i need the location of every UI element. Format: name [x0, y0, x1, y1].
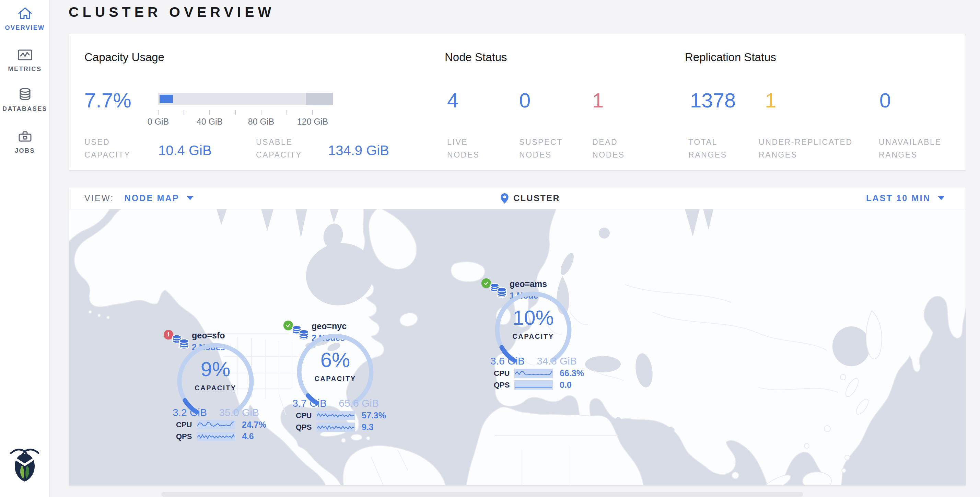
axis-tick — [286, 110, 287, 115]
cpu-value: 24.7% — [242, 420, 266, 430]
chevron-down-icon[interactable] — [187, 196, 193, 200]
locality-name[interactable]: geo=ams — [509, 279, 547, 289]
cpu-label: CPU — [296, 411, 317, 420]
cpu-value: 66.3% — [560, 368, 584, 378]
sidebar-item-label: OVERVIEW — [0, 24, 50, 32]
sidebar-item-label: JOBS — [0, 147, 50, 155]
qps-label: QPS — [176, 432, 197, 441]
axis-tick — [312, 110, 313, 115]
locality-name[interactable]: geo=sfo — [192, 331, 225, 341]
sidebar-item-metrics[interactable]: METRICS — [0, 47, 50, 73]
locality-marker-ams[interactable]: geo=ams 1 Node 10% CAPACITY 3.6 GiB 34.3… — [480, 278, 587, 393]
used-capacity-label: USEDCAPACITY — [84, 136, 130, 161]
total-capacity: 65.6 GiB — [339, 397, 379, 409]
check-icon — [285, 323, 291, 328]
live-nodes-label: LIVENODES — [447, 136, 480, 161]
cluster-summary-panel: Capacity Usage 7.7% 0 GiB 40 GiB 80 GiB … — [68, 34, 966, 170]
qps-metric-row: QPS 4.6 — [176, 432, 268, 441]
total-ranges-label: TOTALRANGES — [688, 136, 727, 161]
capacity-bar-used-segment — [159, 95, 173, 103]
axis-tick — [184, 110, 184, 115]
live-nodes-count: 4 — [447, 89, 458, 112]
suspect-nodes-label: SUSPECTNODES — [519, 136, 563, 161]
axis-tick — [261, 110, 261, 115]
replication-status-title: Replication Status — [685, 51, 776, 64]
axis-tick — [235, 110, 236, 115]
home-icon — [18, 6, 33, 21]
locality-marker-sfo[interactable]: 1 geo=sfo 2 Nodes 9% CAPACITY 3.2 GiB 35… — [162, 330, 269, 444]
qps-sparkline — [197, 432, 235, 441]
gauge-percent: 6% — [294, 348, 376, 372]
axis-tick-label: 120 GiB — [289, 117, 337, 127]
capacity-used-percent: 7.7% — [84, 89, 131, 112]
qps-value: 0.0 — [560, 380, 572, 390]
gauge-percent: 10% — [492, 306, 574, 330]
cpu-metric-row: CPU 57.3% — [296, 411, 388, 421]
capacity-range: 3.2 GiB 35.0 GiB — [173, 407, 259, 418]
map-toolbar: VIEW: NODE MAP CLUSTER LAST 10 MIN — [68, 187, 966, 209]
used-capacity: 3.2 GiB — [173, 407, 207, 418]
chevron-down-icon[interactable] — [938, 196, 944, 200]
capacity-range: 3.6 GiB 34.3 GiB — [490, 355, 577, 367]
breadcrumb-cluster[interactable]: CLUSTER — [513, 193, 560, 203]
cpu-sparkline — [317, 411, 355, 420]
time-range-value[interactable]: LAST 10 MIN — [866, 193, 931, 203]
unavailable-ranges-label: UNAVAILABLERANGES — [879, 136, 941, 161]
unavailable-ranges-count: 0 — [880, 89, 891, 112]
capacity-range: 3.7 GiB 65.6 GiB — [292, 397, 379, 409]
view-selector[interactable]: NODE MAP — [124, 193, 179, 203]
suspect-nodes-count: 0 — [519, 89, 530, 112]
cpu-metric-row: CPU 24.7% — [176, 420, 268, 430]
under-replicated-ranges-count: 1 — [765, 89, 776, 112]
axis-tick-label: 80 GiB — [237, 117, 285, 127]
cpu-sparkline — [514, 369, 553, 378]
sidebar-item-databases[interactable]: DATABASES — [0, 87, 50, 113]
locality-marker-nyc[interactable]: geo=nyc 2 Nodes 6% CAPACITY 3.7 GiB 65.6… — [282, 320, 389, 435]
dead-nodes-label: DEADNODES — [592, 136, 625, 161]
sidebar-item-overview[interactable]: OVERVIEW — [0, 6, 50, 32]
usable-capacity-value: 134.9 GiB — [328, 143, 389, 158]
gauge-caption: CAPACITY — [174, 384, 257, 392]
metrics-icon — [18, 47, 33, 62]
database-icon — [18, 87, 33, 102]
gauge-caption: CAPACITY — [492, 333, 574, 341]
total-capacity: 35.0 GiB — [219, 407, 259, 418]
capacity-usage-title: Capacity Usage — [84, 51, 164, 64]
qps-metric-row: QPS 9.3 — [296, 422, 388, 432]
page-title: CLUSTER OVERVIEW — [68, 4, 275, 20]
cpu-sparkline — [197, 420, 235, 429]
used-capacity-value: 10.4 GiB — [158, 143, 212, 158]
cpu-metric-row: CPU 66.3% — [494, 368, 586, 378]
total-capacity: 34.3 GiB — [537, 355, 577, 367]
qps-label: QPS — [296, 423, 317, 432]
locality-name[interactable]: geo=nyc — [312, 321, 347, 331]
used-capacity: 3.7 GiB — [292, 397, 327, 409]
usable-capacity-label: USABLECAPACITY — [256, 136, 302, 161]
capacity-bar-overhead-segment — [306, 93, 333, 105]
cpu-value: 57.3% — [362, 411, 386, 421]
horizontal-scrollbar[interactable] — [161, 492, 803, 497]
check-icon — [484, 280, 489, 286]
sidebar-item-jobs[interactable]: JOBS — [0, 129, 50, 155]
qps-metric-row: QPS 0.0 — [494, 380, 586, 390]
axis-tick — [209, 110, 210, 115]
axis-tick — [158, 110, 159, 115]
sidebar-item-label: DATABASES — [0, 105, 50, 113]
axis-tick-label: 0 GiB — [134, 117, 182, 127]
cpu-label: CPU — [176, 421, 197, 429]
cpu-label: CPU — [494, 369, 514, 378]
view-label: VIEW: — [84, 193, 114, 203]
qps-sparkline — [317, 422, 355, 432]
node-status-title: Node Status — [445, 51, 507, 64]
node-map: 1 geo=sfo 2 Nodes 9% CAPACITY 3.2 GiB 35… — [68, 209, 966, 486]
time-range-selector[interactable]: LAST 10 MIN — [866, 193, 944, 203]
total-ranges-count: 1378 — [690, 89, 736, 112]
qps-value: 4.6 — [242, 432, 254, 441]
axis-tick-label: 40 GiB — [186, 117, 234, 127]
under-replicated-ranges-label: UNDER-REPLICATEDRANGES — [759, 136, 853, 161]
dead-nodes-count: 1 — [592, 89, 604, 112]
briefcase-icon — [18, 129, 33, 144]
map-pin-icon — [501, 193, 509, 204]
breadcrumb[interactable]: CLUSTER — [501, 193, 560, 204]
cockroachdb-logo[interactable] — [8, 446, 42, 482]
